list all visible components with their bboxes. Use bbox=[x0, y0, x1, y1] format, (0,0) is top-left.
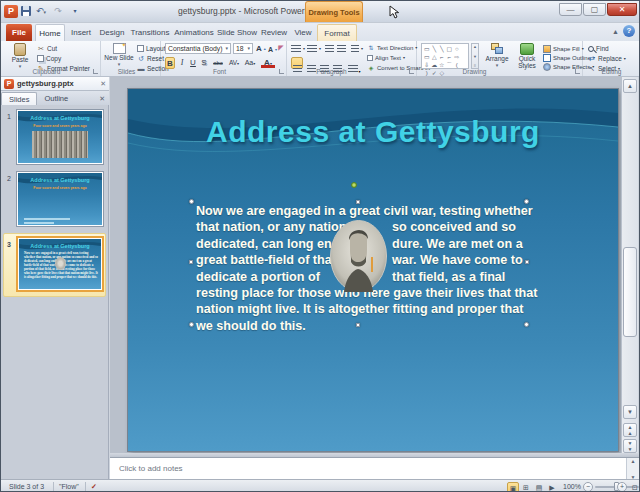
tab-home[interactable]: Home bbox=[35, 24, 65, 41]
scroll-down-icon[interactable]: ▼ bbox=[623, 405, 637, 419]
rotation-handle-icon[interactable] bbox=[351, 182, 357, 188]
selection-handle[interactable] bbox=[524, 199, 529, 204]
decrease-indent-button[interactable] bbox=[325, 44, 334, 53]
reset-button[interactable]: ↺Reset bbox=[137, 54, 164, 63]
arrange-icon bbox=[491, 43, 504, 55]
slide-show-icon[interactable]: ▶ bbox=[546, 482, 558, 492]
arrange-button[interactable]: Arrange▾ bbox=[483, 43, 511, 68]
gallery-down-icon[interactable]: ▼ bbox=[473, 54, 477, 59]
spellcheck-icon[interactable]: ✓ bbox=[91, 483, 97, 491]
document-tab[interactable]: P gettysburg.pptx ✕ bbox=[1, 77, 109, 91]
selection-handle[interactable] bbox=[189, 322, 194, 327]
contextual-tab-group-label: Drawing Tools bbox=[305, 1, 363, 22]
find-button[interactable]: Find bbox=[588, 44, 609, 53]
scrollbar-thumb[interactable] bbox=[623, 247, 637, 337]
document-close-icon[interactable]: ✕ bbox=[100, 80, 106, 88]
copy-button[interactable]: Copy bbox=[37, 54, 61, 63]
notes-scrollbar[interactable]: ▲ ▼ bbox=[626, 458, 639, 480]
gallery-up-icon[interactable]: ▲ bbox=[473, 44, 477, 49]
paste-button[interactable]: Paste▾ bbox=[7, 43, 33, 69]
zoom-out-icon[interactable]: − bbox=[583, 482, 593, 492]
collapse-ribbon-icon[interactable]: ▲ bbox=[612, 28, 619, 35]
panel-close-icon[interactable]: ✕ bbox=[99, 92, 105, 105]
tab-review[interactable]: Review bbox=[259, 24, 289, 41]
redo-button[interactable]: ↷ bbox=[51, 5, 65, 18]
tab-insert[interactable]: Insert bbox=[67, 24, 95, 41]
cut-button[interactable]: ✂Cut bbox=[37, 44, 57, 53]
drawing-dialog-launcher-icon[interactable] bbox=[575, 69, 580, 74]
font-color-button[interactable]: A▾ bbox=[261, 57, 275, 68]
replace-button[interactable]: ⇄Replace▾ bbox=[588, 54, 626, 63]
text-direction-button[interactable]: ⇅Text Direction▾ bbox=[367, 43, 417, 52]
next-slide-button[interactable]: ▼▼ bbox=[623, 439, 637, 453]
tab-transitions[interactable]: Transitions bbox=[129, 24, 171, 41]
zoom-level[interactable]: 100% bbox=[563, 483, 581, 490]
paragraph-dialog-launcher-icon[interactable] bbox=[409, 69, 414, 74]
reading-view-icon[interactable]: ▤ bbox=[533, 482, 545, 492]
increase-indent-button[interactable] bbox=[337, 44, 346, 53]
slide-editing-area: Address at Gettysburg Now we are engaged… bbox=[110, 77, 621, 456]
tab-animations[interactable]: Animations bbox=[173, 24, 215, 41]
quick-access-toolbar: P ↶▾ ↷ ▾ bbox=[4, 3, 82, 19]
slide-title[interactable]: Address at Gettysburg bbox=[128, 115, 618, 149]
qat-menu-icon[interactable]: ▾ bbox=[68, 5, 82, 18]
selection-handle[interactable] bbox=[189, 260, 193, 264]
numbering-button[interactable]: ▾ bbox=[307, 44, 321, 53]
tab-slides-thumbnails[interactable]: Slides bbox=[1, 92, 37, 105]
shrink-font-button[interactable]: A▾ bbox=[268, 45, 276, 54]
fit-to-window-icon[interactable]: ⊡ bbox=[629, 482, 640, 492]
font-dialog-launcher-icon[interactable] bbox=[279, 69, 284, 74]
slide-indicator[interactable]: Slide 3 of 3 bbox=[9, 483, 44, 490]
selection-handle[interactable] bbox=[356, 200, 360, 204]
vertical-scrollbar[interactable]: ▲ ▼ ▲▲ ▼▼ bbox=[621, 77, 638, 456]
previous-slide-button[interactable]: ▲▲ bbox=[623, 423, 637, 437]
powerpoint-icon[interactable]: P bbox=[4, 5, 18, 18]
theme-name[interactable]: "Flow" bbox=[59, 483, 79, 490]
tab-file[interactable]: File bbox=[6, 24, 32, 41]
font-name-combobox[interactable]: ▾ Constantia (Body) bbox=[165, 43, 231, 54]
shapes-gallery-scroll[interactable]: ▲ ▼ ≡ bbox=[471, 43, 479, 69]
scroll-up-icon[interactable]: ▲ bbox=[623, 79, 637, 93]
selection-handle[interactable] bbox=[525, 260, 529, 264]
shape-fill-button[interactable]: Shape Fill▾ bbox=[543, 44, 584, 53]
tab-slide-show[interactable]: Slide Show bbox=[217, 24, 257, 41]
lincoln-portrait-image[interactable] bbox=[330, 220, 387, 292]
close-button[interactable]: ✕ bbox=[607, 3, 637, 16]
save-icon[interactable] bbox=[21, 6, 31, 16]
window-controls: — ▢ ✕ bbox=[559, 3, 637, 16]
font-size-combobox[interactable]: ▾ 18 bbox=[233, 43, 253, 54]
undo-button[interactable]: ↶▾ bbox=[34, 5, 48, 18]
slide-canvas[interactable]: Address at Gettysburg Now we are engaged… bbox=[128, 89, 618, 451]
thumbnail-painting bbox=[33, 191, 87, 214]
help-icon[interactable]: ? bbox=[623, 25, 635, 37]
restore-button[interactable]: ▢ bbox=[583, 3, 606, 16]
slide-sorter-icon[interactable]: ⊞ bbox=[520, 482, 532, 492]
line-spacing-button[interactable]: ▾ bbox=[351, 44, 363, 53]
normal-view-icon[interactable]: ▣ bbox=[507, 482, 519, 492]
font-size-dropdown-icon[interactable]: ▾ bbox=[247, 44, 250, 53]
align-text-button[interactable]: Align Text▾ bbox=[367, 53, 405, 62]
zoom-in-icon[interactable]: + bbox=[617, 482, 627, 492]
selection-handle[interactable] bbox=[189, 199, 194, 204]
notes-pane[interactable]: Click to add notes ▲ ▼ bbox=[110, 457, 640, 479]
quick-styles-button[interactable]: Quick Styles bbox=[513, 43, 541, 69]
grow-font-button[interactable]: A▴ bbox=[256, 44, 265, 53]
tab-design[interactable]: Design bbox=[97, 24, 127, 41]
slide-thumbnail-1[interactable]: Address at Gettysburg Four score and sev… bbox=[16, 109, 104, 165]
selection-handle[interactable] bbox=[524, 322, 529, 327]
clipboard-dialog-launcher-icon[interactable] bbox=[93, 69, 98, 74]
tab-format[interactable]: Format bbox=[317, 24, 357, 41]
clear-formatting-icon[interactable]: ◤ bbox=[277, 44, 285, 52]
notes-scroll-up-icon[interactable]: ▲ bbox=[631, 458, 636, 464]
new-slide-button[interactable]: ✦ New Slide▾ bbox=[104, 43, 134, 67]
minimize-button[interactable]: — bbox=[559, 3, 582, 16]
bullets-button[interactable]: ▾ bbox=[291, 44, 305, 53]
tab-outline[interactable]: Outline bbox=[37, 92, 75, 105]
slide-thumbnail-3[interactable]: Address at Gettysburg Now we are engaged… bbox=[16, 236, 104, 292]
slide-thumbnail-2[interactable]: Address at Gettysburg Four score and sev… bbox=[16, 171, 104, 227]
tab-view[interactable]: View bbox=[291, 24, 315, 41]
thumbnail-number: 3 bbox=[7, 241, 11, 248]
selection-handle[interactable] bbox=[356, 323, 360, 327]
shapes-gallery[interactable]: ▭ ╲ ╲ ▢ ○ ▭ △ ⌐ ⌐ ⇨ ⇩ ☁ ☆ ⌒ ( ) ✓ ◇ bbox=[421, 43, 469, 69]
font-name-dropdown-icon[interactable]: ▾ bbox=[225, 44, 228, 53]
